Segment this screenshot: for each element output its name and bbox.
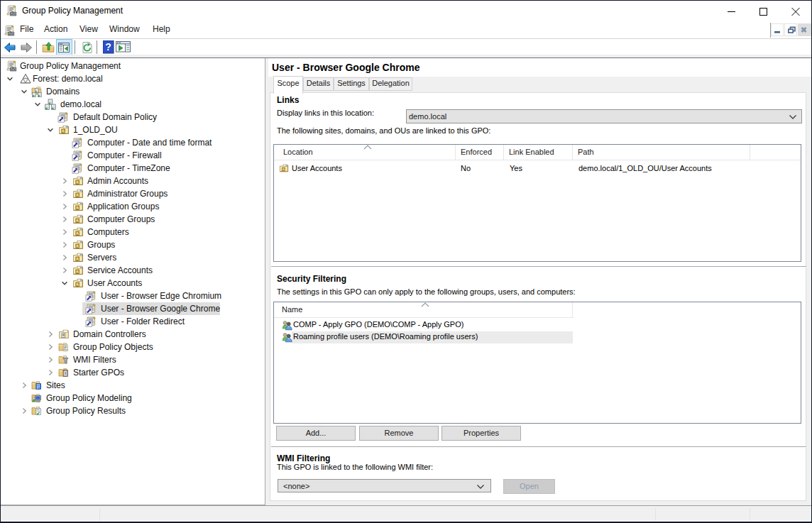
svg-text:?: ?: [105, 41, 111, 53]
